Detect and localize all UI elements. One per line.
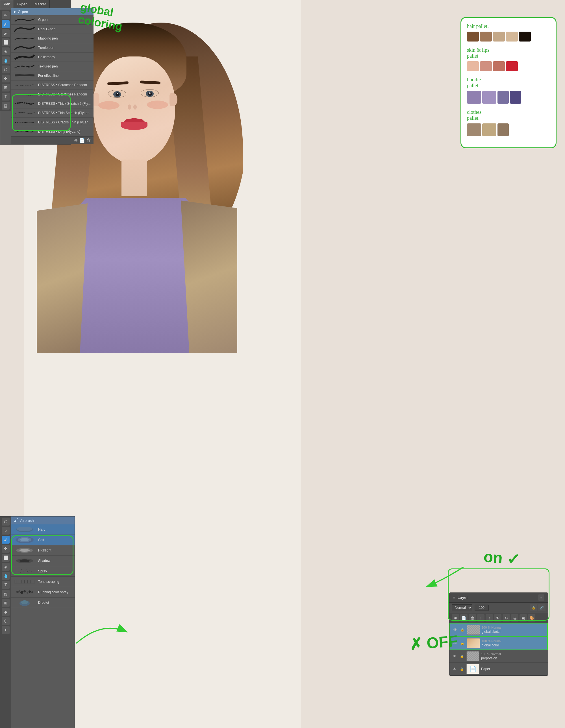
layer-lock-sketch[interactable]: 🔒: [460, 627, 465, 633]
airbrush-panel: ⬡ ○ 🖌 ✥ ⬜ ◈ 💧 T ▨ ⊞ ◆ ⬡ ✦ 🖌 Airbrush Har…: [0, 516, 75, 728]
airbrush-tool-2[interactable]: ○: [2, 527, 10, 535]
brush-item-gpen[interactable]: G-pen: [11, 15, 93, 25]
brush-item-calligraphy[interactable]: Calligraphy: [11, 53, 93, 62]
svg-point-4: [20, 538, 29, 541]
layer-row-global-sketch[interactable]: 👁 🔒 100 % Normal global sketch: [450, 623, 548, 637]
airbrush-tool-8[interactable]: T: [2, 581, 10, 589]
brush-item-mapping[interactable]: Mapping pen: [11, 34, 93, 43]
airbrush-tool-5[interactable]: ⬜: [2, 554, 10, 562]
layer-row-global-color[interactable]: 👁 🔒 100 % Normal global color: [450, 637, 548, 650]
airbrush-tool-7[interactable]: 💧: [2, 572, 10, 580]
brush-item-distress5[interactable]: DISTRESS • Cracks Thin (FlyLar...: [11, 118, 93, 127]
brush-tab-marker[interactable]: Marker: [31, 0, 49, 8]
layer-vis-color[interactable]: 👁: [452, 640, 458, 646]
airbrush-tool-12[interactable]: ⬡: [2, 617, 10, 625]
layer-group-btn[interactable]: ▣: [520, 614, 527, 622]
airbrush-item-droplet[interactable]: Droplet: [11, 598, 75, 608]
brush-item-distress3[interactable]: DISTRESS • Thick Scratch 2 (Fly...: [11, 99, 93, 108]
brush-copy-btn[interactable]: 📄: [79, 138, 85, 143]
tool-fill[interactable]: ◈: [2, 47, 10, 55]
airbrush-item-spray[interactable]: Spray: [11, 566, 75, 577]
layer-info-sketch: 100 % Normal global sketch: [482, 626, 545, 634]
layer-delete-btn[interactable]: 🗑: [469, 614, 476, 622]
airbrush-item-runningspray[interactable]: Running color spray: [11, 587, 75, 598]
brush-item-turnip[interactable]: Turnip pen: [11, 43, 93, 53]
mapping-name: Mapping pen: [38, 36, 58, 40]
layer-lock-btn[interactable]: 🔒: [530, 604, 537, 611]
tool-select[interactable]: ⬡: [2, 66, 10, 73]
brush-panel: Pen G-pen Marker ✏ 🖊 🖌 ⬜ ◈ 💧 ⬡ ✥ ⊞ T ▨ ▶…: [0, 0, 71, 145]
airbrush-tool-3[interactable]: 🖌: [2, 536, 10, 544]
airbrush-item-shadow[interactable]: Shadow: [11, 556, 75, 566]
brush-item-effectline[interactable]: For effect line: [11, 71, 93, 80]
airbrush-item-highlight[interactable]: Highlight: [11, 545, 75, 556]
layer-row-paper[interactable]: 👁 🔒 📄 Paper: [450, 663, 548, 675]
brush-tab-gpen[interactable]: G-pen: [14, 0, 31, 8]
airbrush-item-soft[interactable]: Soft: [11, 535, 75, 545]
brush-item-distress6[interactable]: DISTRESS • Dirty (FlyLand): [11, 127, 93, 136]
svg-point-1: [17, 527, 32, 531]
svg-point-31: [20, 591, 23, 594]
airbrush-tool-11[interactable]: ◆: [2, 608, 10, 616]
layer-link-btn[interactable]: 🔗: [538, 604, 546, 611]
tool-gpen[interactable]: 🖊: [2, 20, 10, 28]
layer-blend-select[interactable]: Normal: [452, 604, 472, 611]
layer-panel-menu-btn[interactable]: ≡: [538, 594, 544, 601]
layer-copy-btn[interactable]: 📄: [460, 614, 468, 622]
airbrush-tool-13[interactable]: ✦: [2, 626, 10, 634]
layer-lock-proporsion[interactable]: 🔒: [459, 653, 465, 659]
layer-panel: ≡ Layer ≡ Normal 🔒 🔗 ⊕ 📄 🗑 ↓ ↑ 👁 ⊙ ◎ ▣ 🎨…: [449, 592, 548, 676]
distress2-preview: [13, 90, 36, 98]
mapping-preview: [13, 34, 36, 42]
airbrush-tool-4[interactable]: ✥: [2, 545, 10, 553]
tool-pen[interactable]: ✏: [2, 11, 10, 19]
layer-down-btn[interactable]: ↓: [477, 614, 485, 622]
tool-gradient[interactable]: ▨: [2, 102, 10, 110]
layer-vis-btn[interactable]: 👁: [494, 614, 501, 622]
airbrush-tool-10[interactable]: ⊞: [2, 599, 10, 607]
calligraphy-name: Calligraphy: [38, 55, 55, 59]
layer-lock-paper[interactable]: 🔒: [459, 666, 465, 672]
brush-item-distress4[interactable]: DISTRESS • Thin Scratch (FlyLar...: [11, 108, 93, 118]
runningspray-name: Running color spray: [38, 590, 68, 594]
tool-text[interactable]: T: [2, 93, 10, 101]
turnip-name: Turnip pen: [38, 46, 54, 50]
tool-move[interactable]: ✥: [2, 75, 10, 82]
soft-name: Soft: [38, 538, 44, 542]
layer-thumb-sketch: [467, 625, 480, 635]
layer-lock-color[interactable]: 🔒: [460, 640, 465, 646]
tool-eraser[interactable]: ⬜: [2, 38, 10, 46]
layer-vis-sketch[interactable]: 👁: [452, 627, 458, 633]
droplet-preview: [13, 598, 36, 607]
layer-vis-proporsion[interactable]: 👁: [452, 653, 457, 659]
distress1-name: DISTRESS • Scratches Random: [38, 83, 87, 87]
hair-color-3: [493, 32, 505, 42]
layer-palette-btn[interactable]: 🎨: [528, 614, 535, 622]
layer-mask-btn[interactable]: ◎: [511, 614, 518, 622]
brush-item-realgpen[interactable]: Real G-pen: [11, 25, 93, 34]
layer-row-proporsion[interactable]: 👁 🔒 100 % Normal proporsion: [450, 650, 548, 663]
airbrush-tool-1[interactable]: ⬡: [2, 518, 10, 526]
airbrush-tool-6[interactable]: ◈: [2, 563, 10, 571]
layer-merge-btn[interactable]: ⊙: [503, 614, 510, 622]
svg-point-18: [29, 572, 29, 573]
brush-add-btn[interactable]: ⊕: [74, 138, 78, 143]
effectline-name: For effect line: [38, 74, 58, 78]
tool-brush[interactable]: 🖌: [2, 29, 10, 37]
airbrush-tool-9[interactable]: ▨: [2, 590, 10, 598]
tool-transform[interactable]: ⊞: [2, 84, 10, 91]
brush-item-distress2[interactable]: DISTRESS • Scratches Random: [11, 90, 93, 99]
brush-item-distress1[interactable]: DISTRESS • Scratches Random: [11, 80, 93, 90]
airbrush-item-tonescraping[interactable]: Tone scraping: [11, 577, 75, 587]
tool-eyedrop[interactable]: 💧: [2, 56, 10, 64]
highlight-name: Highlight: [38, 548, 51, 552]
layer-vis-paper[interactable]: 👁: [452, 666, 457, 672]
airbrush-item-hard[interactable]: Hard: [11, 524, 75, 535]
droplet-name: Droplet: [38, 601, 49, 605]
brush-item-textured[interactable]: Textured pen: [11, 62, 93, 71]
layer-add-btn[interactable]: ⊕: [452, 614, 459, 622]
brush-delete-btn[interactable]: 🗑: [87, 138, 91, 143]
layer-opacity-input[interactable]: [475, 605, 489, 611]
layer-up-btn[interactable]: ↑: [486, 614, 493, 622]
brush-tab-pen[interactable]: Pen: [0, 0, 14, 8]
